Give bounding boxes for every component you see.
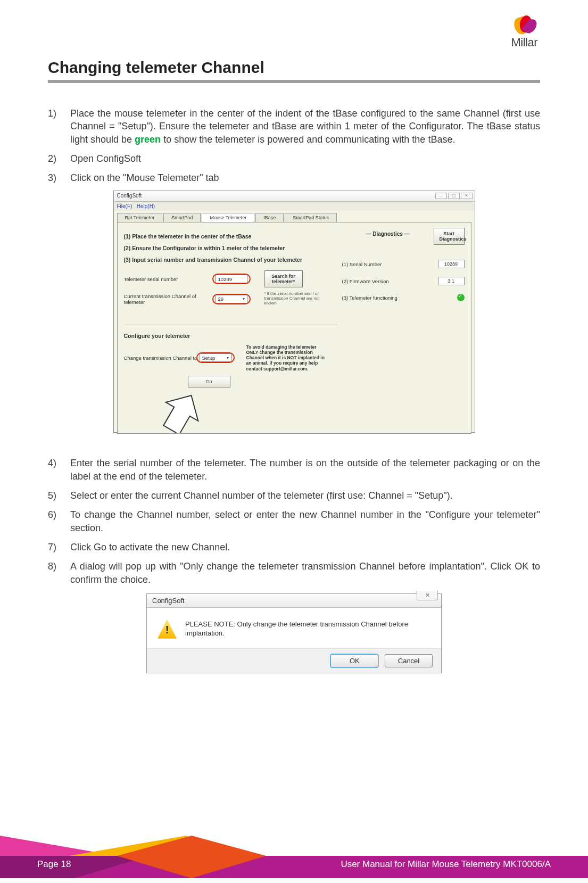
tab-smartpad[interactable]: SmartPad (163, 213, 201, 222)
brand-logo: Millar (511, 13, 537, 49)
step-1-green: green (135, 134, 161, 145)
label-serial: Telemeter serial number (124, 276, 214, 282)
configsoft-screenshot: ConfigSoft — ▢ ✕ File(F) Help(H) Rat Tel… (113, 191, 475, 433)
page-title: Changing telemeter Channel (48, 59, 540, 83)
dialog-titlebar: ConfigSoft ✕ (147, 594, 441, 608)
dialog-screenshot: ConfigSoft ✕ PLEASE NOTE: Only change th… (146, 593, 442, 673)
instr-1: (1) Place the telemeter in the center of… (124, 233, 337, 240)
step-1: 1) Place the mouse telemeter in the cent… (48, 107, 540, 146)
dialog-title: ConfigSoft (152, 597, 185, 605)
close-button[interactable]: ✕ (461, 193, 473, 199)
configure-header: Configure your telemeter (124, 333, 337, 339)
select-new-channel[interactable]: Setup (200, 353, 231, 362)
step-2: 2)Open ConfigSoft (48, 152, 540, 165)
instr-2: (2) Ensure the Configurator is within 1 … (124, 245, 337, 251)
tab-tbase[interactable]: tBase (255, 213, 284, 222)
diag-firmware-label: (2) Firmware Version (342, 278, 389, 284)
step-7: 7)Click Go to activate the new Channel. (48, 541, 540, 554)
tab-mouse-telemeter[interactable]: Mouse Telemeter (202, 213, 254, 222)
footer-doc-title: User Manual for Millar Mouse Telemetry M… (341, 859, 551, 870)
maximize-button[interactable]: ▢ (448, 193, 460, 199)
input-serial[interactable]: 10289 (216, 275, 247, 283)
window-titlebar: ConfigSoft — ▢ ✕ (114, 191, 475, 202)
go-button[interactable]: Go (188, 376, 230, 387)
diag-firmware-value: 3.1 (438, 277, 465, 285)
label-channel: Current transmission Channel of telemete… (124, 293, 214, 305)
footer-page-number: Page 18 (37, 859, 71, 870)
dialog-message: PLEASE NOTE: Only change the telemeter t… (185, 620, 430, 639)
tab-strip: Rat Telemeter SmartPad Mouse Telemeter t… (114, 211, 475, 222)
diag-serial-value: 10289 (438, 260, 465, 268)
cancel-button[interactable]: Cancel (385, 654, 433, 667)
logo-text: Millar (511, 36, 537, 49)
page-footer: Page 18 User Manual for Millar Mouse Tel… (0, 836, 588, 878)
step-3: 3)Click on the "Mouse Telemeter" tab (48, 171, 540, 184)
diag-functioning-label: (3) Telemeter functioning (342, 295, 397, 301)
logo-flower-icon (511, 13, 537, 37)
start-diagnostics-button[interactable]: Start Diagnostics (434, 228, 465, 245)
search-note: * if the serial number and / or transmis… (264, 292, 323, 306)
step-4: 4)Enter the serial number of the telemet… (48, 457, 540, 483)
config-warning: To avoid damaging the telemeter ONLY cha… (246, 344, 326, 372)
step-5: 5)Select or enter the current Channel nu… (48, 489, 540, 502)
ok-button[interactable]: OK (330, 654, 378, 667)
steps-list: 1) Place the mouse telemeter in the cent… (48, 107, 540, 184)
search-telemeter-button[interactable]: Search for telemeter* (264, 270, 303, 287)
menu-bar: File(F) Help(H) (114, 202, 475, 211)
steps-list-cont: 4)Enter the serial number of the telemet… (48, 457, 540, 585)
check-ok-icon (457, 294, 465, 301)
step-8: 8)A dialog will pop up with "Only change… (48, 560, 540, 586)
step-6: 6)To change the Channel number, select o… (48, 508, 540, 534)
annotation-arrow-icon (163, 393, 200, 434)
diagnostics-header: — Diagnostics — (342, 228, 434, 237)
diag-serial-label: (1) Serial Number (342, 261, 382, 267)
tab-rat-telemeter[interactable]: Rat Telemeter (117, 213, 163, 222)
minimize-button[interactable]: — (435, 193, 447, 199)
label-change-channel: Change transmission Channel to (124, 355, 198, 361)
step-1-text-b: to show the telemeter is powered and com… (161, 134, 455, 145)
dialog-close-button[interactable]: ✕ (417, 591, 438, 600)
svg-marker-0 (163, 393, 200, 433)
menu-file[interactable]: File(F) (117, 203, 132, 209)
window-title: ConfigSoft (117, 193, 142, 199)
warning-icon (158, 620, 177, 639)
tab-smartpad-status[interactable]: SmartPad Status (285, 213, 337, 222)
menu-help[interactable]: Help(H) (137, 203, 155, 209)
instr-3: (3) Input serial number and transmission… (124, 257, 337, 263)
select-channel[interactable]: 29 (216, 295, 247, 303)
